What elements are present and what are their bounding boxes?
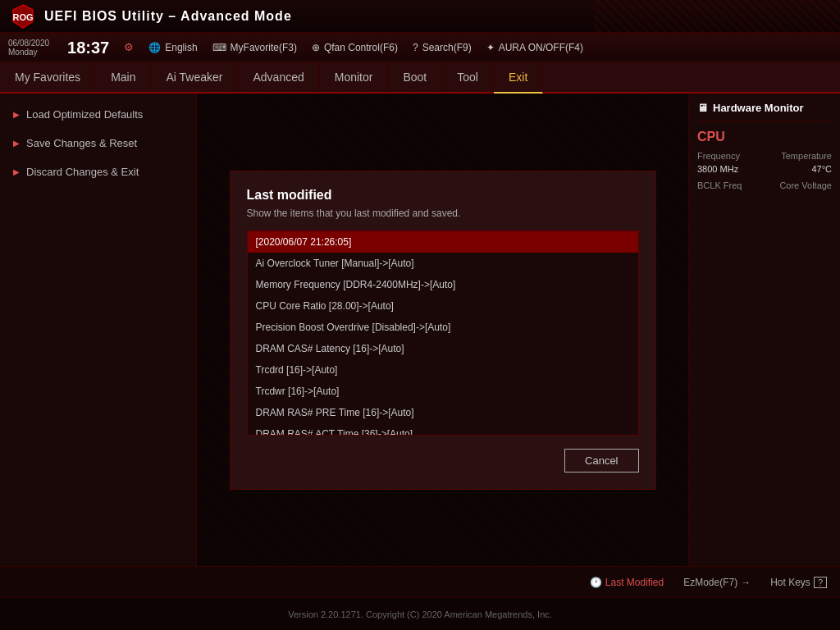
toolbar-aura[interactable]: ✦ AURA ON/OFF(F4) [486, 42, 583, 53]
toolbar-myfavorite[interactable]: ⌨ MyFavorite(F3) [212, 42, 297, 53]
hardware-monitor: 🖥 Hardware Monitor CPU Frequency Tempera… [688, 94, 840, 566]
nav-main[interactable]: Main [96, 62, 151, 92]
modal-list-item[interactable]: Memory Frequency [DDR4-2400MHz]->[Auto] [248, 274, 638, 295]
version-bar: Version 2.20.1271. Copyright (C) 2020 Am… [0, 597, 840, 630]
ez-mode-icon: → [741, 577, 751, 588]
footer-last-modified[interactable]: 🕐 Last Modified [590, 577, 664, 588]
footer-hot-keys[interactable]: Hot Keys ? [770, 577, 827, 588]
hw-bclk-label: BCLK Freq [697, 180, 742, 190]
modal-subtitle: Show the items that you last modified an… [247, 208, 639, 219]
nav-bar: My Favorites Main Ai Tweaker Advanced Mo… [0, 62, 840, 94]
hw-cpu-label: CPU [697, 130, 832, 144]
sidebar-load-defaults[interactable]: ▶ Load Optimized Defaults [0, 100, 196, 129]
nav-monitor[interactable]: Monitor [320, 62, 389, 92]
toolbar-datetime: 06/08/2020 Monday [8, 39, 49, 57]
arrow-icon: ▶ [13, 110, 20, 119]
cancel-button[interactable]: Cancel [564, 449, 638, 472]
main-content: Last modified Show the items that you la… [197, 94, 688, 566]
footer-ez-mode[interactable]: EzMode(F7) → [683, 577, 751, 588]
version-text: Version 2.20.1271. Copyright (C) 2020 Am… [288, 609, 552, 619]
hw-temperature-label: Temperature [781, 151, 832, 161]
globe-icon: 🌐 [148, 42, 161, 53]
modal-list-item[interactable]: DRAM RAS# ACT Time [36]->[Auto] [248, 423, 638, 436]
search-icon: ? [413, 42, 418, 53]
sidebar: ▶ Load Optimized Defaults ▶ Save Changes… [0, 94, 197, 566]
hw-freq-row: Frequency Temperature [697, 151, 832, 161]
last-modified-modal: Last modified Show the items that you la… [230, 171, 656, 490]
hw-bclk-row: BCLK Freq Core Voltage [697, 180, 832, 190]
nav-tool[interactable]: Tool [442, 62, 494, 92]
modal-title: Last modified [247, 188, 639, 203]
fan-icon: ⊕ [312, 42, 320, 53]
question-icon: ? [814, 577, 827, 588]
svg-text:ROG: ROG [12, 12, 33, 22]
modal-footer: Cancel [247, 449, 639, 472]
rog-logo-icon: ROG [10, 3, 36, 30]
modal-overlay: Last modified Show the items that you la… [197, 94, 688, 566]
toolbar-day: Monday [8, 48, 49, 57]
hw-temperature-value: 47°C [811, 164, 832, 174]
arrow-icon-3: ▶ [13, 167, 20, 176]
keyboard-icon: ⌨ [212, 42, 226, 53]
header-title: UEFI BIOS Utility – Advanced Mode [44, 9, 292, 24]
modal-list-item[interactable]: CPU Core Ratio [28.00]->[Auto] [248, 295, 638, 317]
toolbar-qfan[interactable]: ⊕ Qfan Control(F6) [312, 42, 398, 53]
hw-monitor-title: 🖥 Hardware Monitor [697, 102, 832, 121]
settings-icon[interactable]: ⚙ [124, 41, 134, 53]
nav-ai-tweaker[interactable]: Ai Tweaker [151, 62, 238, 92]
footer: 🕐 Last Modified EzMode(F7) → Hot Keys ? [0, 566, 840, 597]
toolbar-english[interactable]: 🌐 English [148, 42, 197, 53]
sidebar-save-changes[interactable]: ▶ Save Changes & Reset [0, 129, 196, 158]
monitor-icon: 🖥 [697, 102, 708, 114]
toolbar-clock: 18:37 [67, 39, 109, 56]
modal-list-item[interactable]: Trcdrd [16]->[Auto] [248, 359, 638, 381]
modal-list-item[interactable]: Precision Boost Overdrive [Disabled]->[A… [248, 317, 638, 338]
modal-list[interactable]: [2020/06/07 21:26:05]Ai Overclock Tuner … [247, 231, 639, 436]
nav-advanced[interactable]: Advanced [238, 62, 319, 92]
hw-cpu-section: CPU Frequency Temperature 3800 MHz 47°C … [697, 130, 832, 190]
modal-list-item[interactable]: Trcdwr [16]->[Auto] [248, 381, 638, 402]
modal-list-item[interactable]: [2020/06/07 21:26:05] [248, 231, 638, 253]
nav-boot[interactable]: Boot [388, 62, 442, 92]
hw-frequency-value: 3800 MHz [697, 164, 738, 174]
clock-icon: 🕐 [590, 577, 602, 588]
toolbar-search[interactable]: ? Search(F9) [413, 42, 472, 53]
aura-icon: ✦ [486, 42, 495, 53]
modal-list-item[interactable]: Ai Overclock Tuner [Manual]->[Auto] [248, 253, 638, 274]
header-logo: ROG UEFI BIOS Utility – Advanced Mode [10, 3, 292, 30]
nav-exit[interactable]: Exit [494, 62, 543, 94]
modal-list-item[interactable]: DRAM CAS# Latency [16]->[Auto] [248, 338, 638, 359]
modal-list-item[interactable]: DRAM RAS# PRE Time [16]->[Auto] [248, 402, 638, 423]
hw-frequency-label: Frequency [697, 151, 740, 161]
toolbar-date: 06/08/2020 [8, 39, 49, 48]
header: ROG UEFI BIOS Utility – Advanced Mode [0, 0, 840, 33]
sidebar-discard-exit[interactable]: ▶ Discard Changes & Exit [0, 158, 196, 186]
hw-values-row: 3800 MHz 47°C [697, 164, 832, 174]
hw-core-voltage-label: Core Voltage [779, 180, 832, 190]
arrow-icon-2: ▶ [13, 139, 20, 148]
toolbar: 06/08/2020 Monday 18:37 ⚙ 🌐 English ⌨ My… [0, 33, 840, 62]
nav-my-favorites[interactable]: My Favorites [0, 62, 96, 92]
